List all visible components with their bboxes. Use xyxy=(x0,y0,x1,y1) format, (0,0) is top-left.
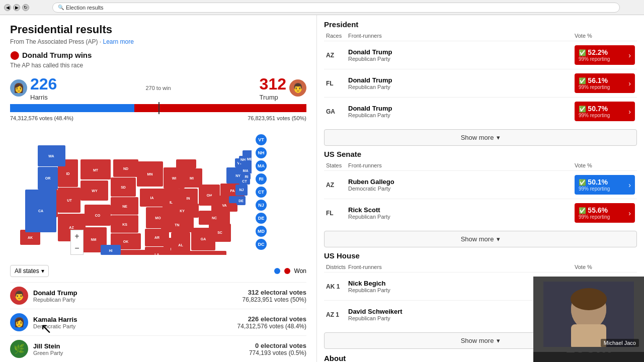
race-state: AZ 1 xyxy=(326,311,348,318)
race-row[interactable]: FL Donald Trump Republican Party ✅ 56.1%… xyxy=(324,69,637,97)
presidential-show-more-button[interactable]: Show more ▾ xyxy=(324,129,637,146)
filter-chevron-icon: ▾ xyxy=(41,267,44,275)
candidate-ev: 312 electoral votes xyxy=(243,289,306,296)
state-dot-item[interactable]: NJ xyxy=(256,200,267,211)
presidential-col-headers: Races Front-runners Vote % xyxy=(324,33,637,39)
result-check-icon: ✅ xyxy=(579,207,586,214)
race-state: AZ xyxy=(326,52,348,59)
race-check-pct: ✅ 55.6% xyxy=(579,206,610,214)
race-candidate-name: Donald Trump xyxy=(348,76,575,84)
svg-text:PA: PA xyxy=(230,189,234,193)
filter-row: All states ▾ Won xyxy=(10,265,306,277)
col-front-runners: Front-runners xyxy=(348,33,575,39)
col-vote-pct: Vote % xyxy=(575,33,635,39)
candidate-party: Green Party xyxy=(33,350,249,356)
svg-text:MA: MA xyxy=(243,169,249,172)
svg-text:CT: CT xyxy=(242,179,247,183)
page-title: Presidential results xyxy=(10,23,306,36)
dot-de: DE xyxy=(256,213,267,224)
house-col-votes: Vote % xyxy=(575,264,635,270)
map-legend: Won xyxy=(274,267,306,275)
zoom-overlay: Michael Jaco zoom xyxy=(533,277,644,362)
race-row[interactable]: AZ Donald Trump Republican Party ✅ 52.2%… xyxy=(324,41,637,69)
state-dot-item[interactable]: MD xyxy=(256,226,267,237)
race-party: Republican Party xyxy=(348,84,575,90)
result-check-icon: ✅ xyxy=(579,77,586,84)
learn-more-link[interactable]: Learn more xyxy=(103,38,134,45)
candidate-info: Donald Trump Republican Party xyxy=(33,289,243,303)
svg-text:WI: WI xyxy=(172,176,177,180)
candidate-votes: 226 electoral votes 74,312,576 votes (48… xyxy=(237,315,306,330)
harris-ev-number: 226 xyxy=(30,75,57,94)
zoom-presenter-name: Michael Jaco xyxy=(601,339,639,347)
dot-nh: NH xyxy=(256,147,267,158)
race-row[interactable]: FL Rick Scott Republican Party ✅ 55.6% 9… xyxy=(324,199,637,227)
candidate-total-votes: 76,823,951 votes (50%) xyxy=(243,296,306,303)
presidential-show-more-icon: ▾ xyxy=(497,134,500,141)
state-dot-item[interactable]: RI xyxy=(256,173,267,185)
states-filter-dropdown[interactable]: All states ▾ xyxy=(10,265,49,277)
svg-text:MN: MN xyxy=(147,172,153,176)
race-result[interactable]: ✅ 55.6% 99% reporting › xyxy=(575,203,635,223)
result-check-icon: ✅ xyxy=(579,179,586,186)
race-row[interactable]: GA Donald Trump Republican Party ✅ 50.7%… xyxy=(324,97,637,125)
browser-forward[interactable]: ▶ xyxy=(13,4,20,11)
race-result[interactable]: ✅ 52.2% 99% reporting › xyxy=(575,45,635,65)
browser-bar: ◀ ▶ ↻ 🔍 Election results xyxy=(0,0,644,15)
house-col-districts: Districts xyxy=(326,264,348,270)
candidate-list: 👨 Donald Trump Republican Party 312 elec… xyxy=(10,282,306,362)
trump-bar-segment xyxy=(134,104,306,112)
col-races: Races xyxy=(326,33,348,39)
result-arrow-icon: › xyxy=(628,79,631,87)
result-arrow-icon: › xyxy=(628,51,631,59)
senate-col-runners: Front-runners xyxy=(348,162,575,168)
state-dot-item[interactable]: MA xyxy=(256,160,267,171)
svg-text:VA: VA xyxy=(222,204,226,207)
svg-text:IA: IA xyxy=(150,196,154,200)
result-reporting: 99% reporting xyxy=(579,186,610,192)
vote-totals: 74,312,576 votes (48.4%) 76,823,951 vote… xyxy=(10,115,306,121)
race-party: Republican Party xyxy=(348,56,575,62)
zoom-controls[interactable]: + − xyxy=(70,230,84,255)
race-result-info: ✅ 52.2% 99% reporting xyxy=(579,48,610,62)
svg-rect-66 xyxy=(189,251,226,255)
browser-refresh[interactable]: ↻ xyxy=(22,4,29,11)
race-row[interactable]: AZ Ruben Gallego Democratic Party ✅ 50.1… xyxy=(324,170,637,199)
state-dot-item[interactable]: DE xyxy=(256,213,267,224)
win-threshold: 270 to win xyxy=(145,85,171,91)
race-check-pct: ✅ 52.2% xyxy=(579,48,610,56)
candidate-info: Jill Stein Green Party xyxy=(33,342,249,356)
house-show-more-icon: ▾ xyxy=(497,337,500,344)
state-dot-item[interactable]: DC xyxy=(256,239,267,250)
harris-avatar: 👩 xyxy=(10,79,27,97)
state-dot-item[interactable]: CT xyxy=(256,187,267,198)
state-dot-item[interactable]: VT xyxy=(256,134,267,145)
senate-show-more-icon: ▾ xyxy=(497,235,500,243)
senate-show-more-button[interactable]: Show more ▾ xyxy=(324,231,637,247)
winner-banner: ⬤ Donald Trump wins xyxy=(10,50,306,60)
race-candidate-name: Donald Trump xyxy=(348,105,575,112)
race-result[interactable]: ✅ 50.7% 99% reporting › xyxy=(575,102,635,121)
ev-bar xyxy=(10,104,306,112)
browser-back[interactable]: ◀ xyxy=(4,4,11,11)
address-bar[interactable]: 🔍 Election results xyxy=(52,3,620,13)
senate-section-title: US Senate xyxy=(324,150,637,158)
race-info: Donald Trump Republican Party xyxy=(348,76,575,90)
race-check-pct: ✅ 50.7% xyxy=(579,105,610,113)
candidate-avatar: 👨 xyxy=(10,287,28,305)
race-result[interactable]: ✅ 56.1% 99% reporting › xyxy=(575,73,635,93)
svg-text:MI: MI xyxy=(190,176,194,180)
candidate-name: Jill Stein xyxy=(33,342,249,350)
svg-text:AL: AL xyxy=(178,243,183,247)
race-candidate-name: Ruben Gallego xyxy=(348,178,575,186)
winner-check-icon: ⬤ xyxy=(10,50,19,60)
race-info: Rick Scott Republican Party xyxy=(348,206,575,220)
us-map-svg[interactable]: AK MT ND WY SD NE xyxy=(10,129,252,255)
svg-text:WY: WY xyxy=(92,189,98,193)
race-result[interactable]: ✅ 50.1% 99% reporting › xyxy=(575,175,635,195)
zoom-in-button[interactable]: + xyxy=(71,230,83,242)
zoom-out-button[interactable]: − xyxy=(71,242,83,254)
race-state: AK 1 xyxy=(326,283,348,290)
state-dot-item[interactable]: NH xyxy=(256,147,267,158)
race-party: Republican Party xyxy=(348,112,575,118)
